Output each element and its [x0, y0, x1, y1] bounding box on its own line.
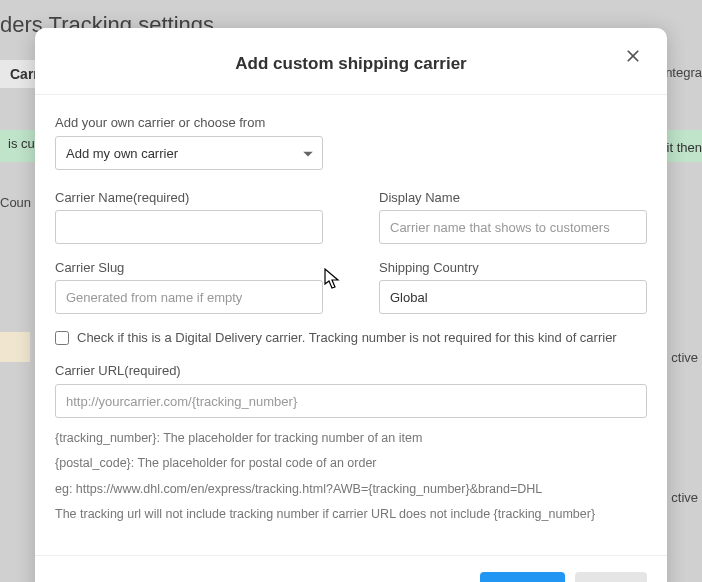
cancel-button[interactable]: Cancel	[575, 572, 647, 582]
carrier-slug-input[interactable]	[55, 280, 323, 314]
add-new-button[interactable]: Add New	[480, 572, 565, 582]
modal-title: Add custom shipping carrier	[235, 54, 466, 73]
carrier-url-label: Carrier URL(required)	[55, 363, 647, 378]
carrier-url-input[interactable]	[55, 384, 647, 418]
carrier-name-label: Carrier Name(required)	[55, 190, 323, 205]
display-name-label: Display Name	[379, 190, 647, 205]
carrier-name-input[interactable]	[55, 210, 323, 244]
help-postal-code: {postal_code}: The placeholder for posta…	[55, 453, 647, 474]
modal-body: Add your own carrier or choose from Add …	[35, 95, 667, 539]
carrier-select[interactable]: Add my own carrier	[55, 136, 323, 170]
carrier-select-wrap: Add my own carrier	[55, 136, 323, 170]
help-tracking-number: {tracking_number}: The placeholder for t…	[55, 428, 647, 449]
add-carrier-modal: Add custom shipping carrier Add your own…	[35, 28, 667, 582]
close-icon	[623, 46, 643, 66]
display-name-input[interactable]	[379, 210, 647, 244]
digital-delivery-label: Check if this is a Digital Delivery carr…	[77, 330, 617, 345]
modal-overlay: Add custom shipping carrier Add your own…	[0, 0, 702, 582]
add-carrier-label: Add your own carrier or choose from	[55, 115, 647, 130]
carrier-slug-label: Carrier Slug	[55, 260, 323, 275]
modal-header: Add custom shipping carrier	[35, 46, 667, 95]
help-example: eg: https://www.dhl.com/en/express/track…	[55, 479, 647, 500]
shipping-country-label: Shipping Country	[379, 260, 647, 275]
carrier-url-help: {tracking_number}: The placeholder for t…	[55, 428, 647, 525]
help-note: The tracking url will not include tracki…	[55, 504, 647, 525]
digital-delivery-checkbox[interactable]	[55, 331, 69, 345]
close-button[interactable]	[621, 46, 645, 70]
modal-footer: Add New Cancel	[35, 555, 667, 582]
shipping-country-input[interactable]	[379, 280, 647, 314]
